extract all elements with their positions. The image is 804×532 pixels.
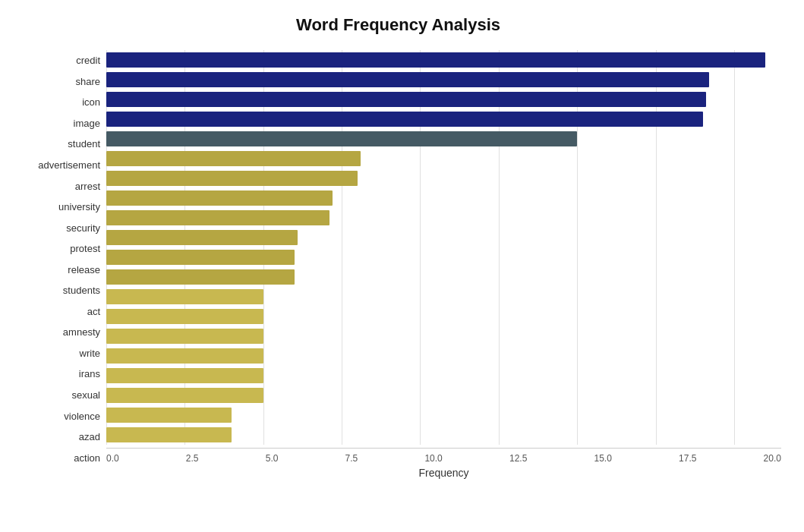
x-tick: 10.0 bbox=[424, 453, 442, 464]
bar-row bbox=[106, 70, 781, 90]
plot-area: 0.02.55.07.510.012.515.017.520.0 Frequen… bbox=[106, 50, 781, 468]
bar-row bbox=[106, 267, 781, 287]
y-label: azad bbox=[15, 427, 100, 447]
bar bbox=[106, 250, 295, 265]
bar-row bbox=[106, 188, 781, 208]
bar bbox=[106, 309, 263, 324]
x-tick: 2.5 bbox=[186, 453, 199, 464]
bar bbox=[106, 388, 263, 403]
y-label: action bbox=[15, 448, 100, 467]
bar bbox=[106, 210, 329, 225]
y-label: advertisement bbox=[15, 156, 100, 175]
bar-row bbox=[106, 247, 781, 267]
bar-row bbox=[106, 109, 781, 129]
bar bbox=[106, 190, 333, 206]
x-tick: 12.5 bbox=[509, 453, 527, 464]
bar bbox=[106, 92, 706, 107]
y-label: credit bbox=[15, 51, 100, 71]
bar-row bbox=[106, 208, 781, 228]
bar bbox=[106, 151, 361, 166]
chart-title: Word Frequency Analysis bbox=[15, 15, 781, 35]
y-label: sexual bbox=[15, 386, 100, 405]
y-label: image bbox=[15, 113, 100, 133]
bar-row bbox=[106, 228, 781, 247]
bars-container bbox=[106, 50, 781, 445]
bar bbox=[106, 348, 263, 364]
bar-row bbox=[106, 366, 781, 386]
bar bbox=[106, 171, 358, 186]
y-label: icon bbox=[15, 93, 100, 112]
bar bbox=[106, 52, 765, 68]
y-label: student bbox=[15, 134, 100, 154]
y-label: amnesty bbox=[15, 323, 100, 342]
bar-row bbox=[106, 287, 781, 307]
y-label: university bbox=[15, 197, 100, 217]
x-tick: 17.5 bbox=[679, 453, 696, 464]
bar bbox=[106, 368, 263, 383]
bar-row bbox=[106, 168, 781, 188]
x-tick: 20.0 bbox=[764, 453, 781, 464]
bar-row bbox=[106, 425, 781, 445]
y-label: irans bbox=[15, 364, 100, 384]
y-label: students bbox=[15, 281, 100, 301]
bar-row bbox=[106, 50, 781, 70]
x-tick: 5.0 bbox=[266, 453, 279, 464]
chart-container: Word Frequency Analysis creditshareiconi… bbox=[0, 0, 804, 532]
bar bbox=[106, 289, 263, 304]
chart-area: creditshareiconimagestudentadvertisement… bbox=[15, 50, 781, 468]
bar bbox=[106, 131, 577, 146]
bar bbox=[106, 230, 298, 245]
x-axis-label: Frequency bbox=[106, 467, 781, 479]
x-tick: 15.0 bbox=[594, 453, 612, 464]
bar bbox=[106, 408, 232, 423]
y-label: protest bbox=[15, 239, 100, 259]
y-label: share bbox=[15, 71, 100, 91]
bar-row bbox=[106, 90, 781, 109]
bar-row bbox=[106, 149, 781, 168]
bar bbox=[106, 269, 295, 285]
bar-row bbox=[106, 386, 781, 405]
bar bbox=[106, 329, 263, 344]
bar-row bbox=[106, 346, 781, 366]
x-tick: 7.5 bbox=[345, 453, 358, 464]
y-label: security bbox=[15, 218, 100, 238]
bar-row bbox=[106, 326, 781, 346]
x-axis: 0.02.55.07.510.012.515.017.520.0 bbox=[106, 448, 781, 464]
bar bbox=[106, 72, 709, 87]
bar bbox=[106, 112, 703, 127]
y-label: violence bbox=[15, 406, 100, 426]
y-label: release bbox=[15, 260, 100, 279]
y-labels: creditshareiconimagestudentadvertisement… bbox=[15, 50, 106, 468]
y-label: arrest bbox=[15, 176, 100, 196]
y-label: write bbox=[15, 343, 100, 363]
bar-row bbox=[106, 307, 781, 326]
bar-row bbox=[106, 405, 781, 425]
y-label: act bbox=[15, 301, 100, 321]
bar bbox=[106, 427, 232, 442]
bar-row bbox=[106, 129, 781, 149]
x-tick: 0.0 bbox=[106, 453, 119, 464]
